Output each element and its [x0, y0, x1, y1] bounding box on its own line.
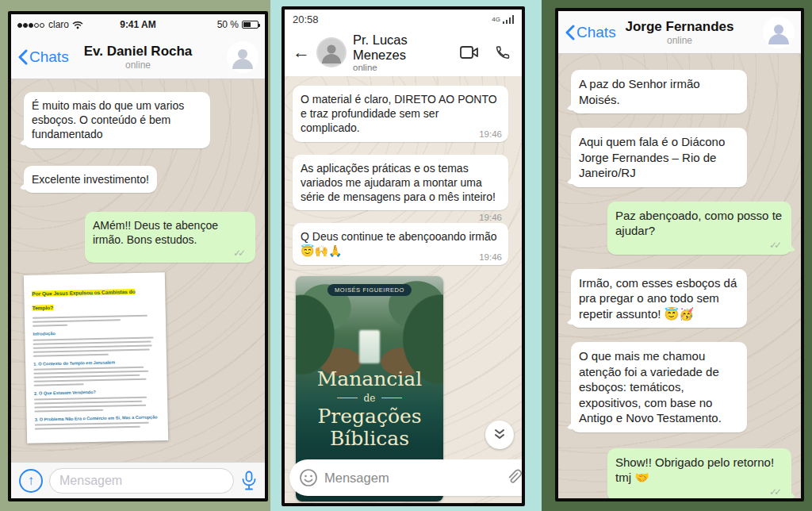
message-input-bar-2 — [285, 457, 522, 503]
battery-icon — [242, 21, 259, 29]
back-label: Chats — [576, 24, 616, 41]
message-bubble: O que mais me chamou atenção foi a varie… — [571, 342, 747, 432]
chevron-left-icon — [17, 49, 28, 65]
message-text: Aqui quem fala é o Diácono Jorge Fernand… — [579, 135, 725, 179]
message-text: Excelente investimento! — [32, 173, 149, 186]
status-bar-2: 20:58 4G — [285, 10, 522, 29]
message-bubble-outgoing: Show!! Obrigado pelo retorno! tmj 🤝 ✓✓ — [607, 448, 791, 499]
scroll-to-bottom-button[interactable] — [485, 421, 514, 449]
message-bubble: É muito mais do que um varios esboços. O… — [24, 92, 210, 148]
phone-1: claro 9:41 AM 50 % Chats Ev. Daniel Roch… — [8, 11, 268, 501]
clock: 20:58 — [293, 13, 319, 25]
phone-2: 20:58 4G ← Pr. Lucas Menezes online — [282, 6, 525, 506]
message-input[interactable] — [49, 468, 234, 494]
back-to-chats-button[interactable]: Chats — [17, 35, 69, 79]
message-time: 19:46 — [479, 129, 502, 140]
screenshot-frame-2: 20:58 4G ← Pr. Lucas Menezes online — [270, 0, 542, 511]
message-text: O que mais me chamou atenção foi a varie… — [579, 349, 722, 425]
carrier-label: claro — [48, 19, 69, 30]
document-heading: Introdução — [33, 328, 158, 336]
message-input-pill — [289, 459, 525, 496]
chat-scroll-area-3[interactable]: A paz do Senhor irmão Moisés. Aqui quem … — [558, 54, 801, 498]
attach-paperclip-icon[interactable] — [505, 468, 523, 487]
chat-header-3: Chats Jorge Fernandes online — [558, 11, 801, 54]
clock: 9:41 AM — [105, 19, 171, 30]
message-text: Paz abençoado, como posso te ajudar? — [615, 209, 782, 238]
read-receipt-icon: ✓✓ — [93, 248, 246, 258]
message-text: Q Deus continue te abençooando irmão 😇🙌🙏 — [301, 230, 497, 257]
contact-name: Ev. Daniel Rocha — [84, 44, 193, 60]
document-title: Por Que Jesus Expulsou os Cambistas do T… — [32, 289, 136, 311]
share-up-arrow-button[interactable]: ↑ — [19, 469, 43, 493]
document-heading: 2. O Que Estavam Vendendo? — [34, 389, 159, 397]
chevron-left-icon — [565, 25, 575, 40]
voice-call-icon[interactable] — [495, 44, 511, 60]
message-bubble-outgoing: Paz abençoado, como posso te ajudar? ✓✓ — [607, 202, 791, 255]
message-text: As aplicações práticas e os temas variad… — [301, 162, 496, 203]
read-receipt-icon: ✓✓ — [615, 240, 782, 250]
wifi-icon — [72, 21, 83, 29]
chat-scroll-area-1[interactable]: É muito mais do que um varios esboços. O… — [11, 79, 265, 462]
message-text: A paz do Senhor irmão Moisés. — [579, 77, 700, 106]
battery-percent: 50 % — [217, 19, 239, 30]
back-to-chats-button[interactable]: Chats — [565, 11, 616, 53]
book-author-badge: MOISÉS FIGUEIREDO — [327, 284, 412, 296]
message-bubble: A paz do Senhor irmão Moisés. — [571, 70, 747, 113]
message-text: AMém!! Deus te abençoe irmão. Bons estud… — [93, 219, 218, 246]
person-icon — [318, 39, 345, 66]
message-bubble: Excelente investimento! — [24, 166, 157, 193]
contact-status: online — [626, 35, 734, 46]
chat-header-1: Chats Ev. Daniel Rocha online — [11, 35, 265, 79]
contact-name: Jorge Fernandes — [626, 19, 734, 35]
message-input[interactable] — [324, 471, 499, 486]
document-attachment[interactable]: Por Que Jesus Expulsou os Cambistas do T… — [24, 272, 168, 444]
mic-icon[interactable] — [240, 471, 258, 491]
back-label: Chats — [29, 48, 69, 66]
document-heading: 1. O Contexto do Templo em Jerusalém — [33, 359, 159, 367]
message-bubble: Q Deus continue te abençooando irmão 😇🙌🙏… — [293, 223, 508, 264]
chat-header-2: ← Pr. Lucas Menezes online — [285, 29, 522, 76]
double-chevron-down-icon — [493, 428, 506, 441]
contact-name: Pr. Lucas Menezes — [353, 33, 454, 63]
message-bubble: Irmão, com esses esboços dá pra pregar o… — [571, 269, 747, 328]
message-bubble: O material é claro, DIRETO AO PONTO e tr… — [293, 86, 508, 142]
message-bubble: As aplicações práticas e os temas variad… — [293, 155, 508, 211]
person-icon — [765, 19, 792, 46]
book-title-line: Manancial — [296, 368, 443, 391]
book-title-line: de — [296, 393, 443, 404]
phone-3: Chats Jorge Fernandes online A paz do Se… — [555, 8, 804, 501]
back-arrow-button[interactable]: ← — [293, 44, 310, 61]
message-text: O material é claro, DIRETO AO PONTO e tr… — [301, 93, 497, 134]
message-time: 19:46 — [479, 252, 502, 263]
message-text: É muito mais do que um varios esboços. O… — [32, 99, 184, 140]
network-type-label: 4G — [492, 16, 500, 23]
contact-status: online — [353, 63, 454, 72]
message-time: 19:46 — [479, 212, 502, 224]
document-heading: 3. O Problema Não Era o Comércio em Si, … — [35, 414, 160, 422]
screenshot-frame-3: Chats Jorge Fernandes online A paz do Se… — [542, 0, 812, 511]
book-title-line: Bíblicas — [296, 428, 443, 451]
status-bar-1: claro 9:41 AM 50 % — [11, 14, 265, 35]
video-call-icon[interactable] — [460, 45, 479, 60]
book-title-line: Pregações — [296, 405, 443, 428]
read-receipt-icon: ✓✓ — [615, 487, 782, 497]
message-input-bar-1: ↑ — [11, 462, 265, 498]
message-bubble-outgoing: AMém!! Deus te abençoe irmão. Bons estud… — [85, 212, 255, 263]
emoji-icon[interactable] — [299, 468, 318, 487]
message-text: Irmão, com esses esboços dá pra pregar o… — [579, 276, 737, 321]
contact-status: online — [84, 60, 193, 71]
waterfall-art — [359, 330, 380, 364]
message-text: Show!! Obrigado pelo retorno! tmj 🤝 — [615, 455, 774, 485]
signal-dots-icon — [17, 19, 45, 30]
avatar[interactable] — [316, 37, 347, 67]
message-bubble: Aqui quem fala é o Diácono Jorge Fernand… — [571, 128, 747, 187]
contact-info[interactable]: Pr. Lucas Menezes online — [353, 33, 454, 72]
avatar[interactable] — [763, 17, 795, 48]
screenshot-frame-1: claro 9:41 AM 50 % Chats Ev. Daniel Roch… — [0, 0, 270, 511]
signal-bars-icon — [503, 15, 514, 24]
avatar[interactable] — [227, 41, 259, 73]
person-icon — [229, 44, 256, 71]
